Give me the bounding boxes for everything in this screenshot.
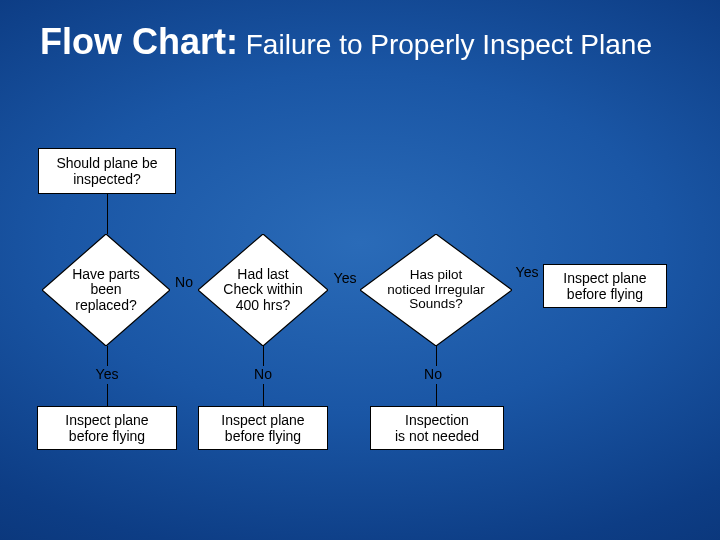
slide-title: Flow Chart: Failure to Properly Inspect … bbox=[40, 22, 652, 62]
title-suffix: Failure to Properly Inspect Plane bbox=[238, 29, 652, 60]
node-sounds-decision: Has pilotnoticed IrregularSounds? bbox=[360, 234, 512, 346]
node-lastcheck-decision: Had lastCheck within400 hrs? bbox=[198, 234, 328, 346]
node-inspect-mid-text: Inspect planebefore flying bbox=[221, 412, 304, 444]
title-prefix: Flow Chart: bbox=[40, 21, 238, 62]
node-inspect-right: Inspect planebefore flying bbox=[543, 264, 667, 308]
node-parts-decision: Have partsbeenreplaced? bbox=[42, 234, 170, 346]
node-start-text: Should plane beinspected? bbox=[56, 155, 157, 187]
label-parts-no: No bbox=[171, 274, 197, 290]
connector bbox=[107, 346, 108, 366]
node-noneed-text: Inspectionis not needed bbox=[395, 412, 479, 444]
node-noneed: Inspectionis not needed bbox=[370, 406, 504, 450]
connector bbox=[436, 384, 437, 406]
node-inspect-right-text: Inspect planebefore flying bbox=[563, 270, 646, 302]
connector bbox=[107, 384, 108, 406]
node-sounds-text: Has pilotnoticed IrregularSounds? bbox=[360, 234, 512, 346]
connector bbox=[107, 194, 108, 234]
node-start: Should plane beinspected? bbox=[38, 148, 176, 194]
node-inspect-left-text: Inspect planebefore flying bbox=[65, 412, 148, 444]
label-sounds-yes: Yes bbox=[511, 264, 543, 280]
node-inspect-mid: Inspect planebefore flying bbox=[198, 406, 328, 450]
connector bbox=[436, 346, 437, 366]
node-parts-text: Have partsbeenreplaced? bbox=[42, 234, 170, 346]
node-lastcheck-text: Had lastCheck within400 hrs? bbox=[198, 234, 328, 346]
label-sounds-no: No bbox=[418, 366, 448, 382]
connector bbox=[263, 384, 264, 406]
label-lastcheck-no: No bbox=[248, 366, 278, 382]
label-parts-yes: Yes bbox=[88, 366, 126, 382]
slide-flowchart: Flow Chart: Failure to Properly Inspect … bbox=[0, 0, 720, 540]
connector bbox=[263, 346, 264, 366]
node-inspect-left: Inspect planebefore flying bbox=[37, 406, 177, 450]
label-lastcheck-yes: Yes bbox=[330, 270, 360, 286]
